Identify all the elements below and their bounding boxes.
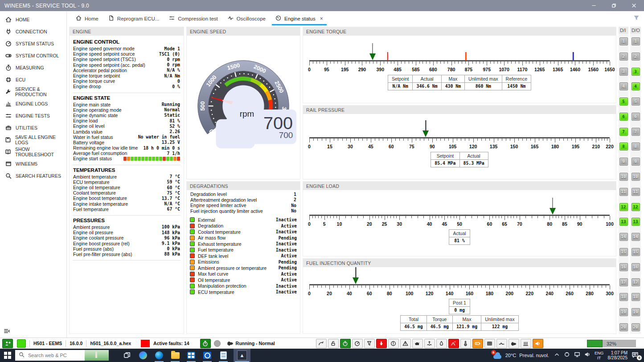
taskbar-app-outlook[interactable]: [201, 349, 213, 362]
tool-battery-icon[interactable]: [472, 339, 483, 348]
dio-di-button-11[interactable]: 11: [619, 188, 628, 196]
sidebar-item-service-production[interactable]: SERVICE & PRODUCTION: [0, 85, 66, 98]
dio-do-button-11[interactable]: 11: [632, 188, 640, 196]
dio-di-button-17[interactable]: 17: [619, 278, 628, 286]
tool-power-icon[interactable]: [340, 339, 351, 348]
search-input[interactable]: [27, 352, 76, 358]
dio-do-button-15[interactable]: 15: [632, 248, 640, 256]
dio-do-button-12[interactable]: 12: [632, 203, 640, 211]
tool-curve-icon[interactable]: [316, 339, 327, 348]
taskbar-app-store[interactable]: [185, 349, 197, 362]
dio-di-button-15[interactable]: 15: [619, 248, 628, 256]
sidebar-item-save-all-engine-logs[interactable]: SAVE ALL ENGINE LOGS: [0, 134, 66, 146]
filter-icon[interactable]: [633, 15, 640, 23]
tool-engine-icon[interactable]: [509, 339, 519, 348]
dio-di-button-19[interactable]: 19: [619, 308, 628, 316]
maximize-button[interactable]: [604, 0, 624, 11]
taskbar-app-copilot[interactable]: [137, 349, 149, 362]
dio-di-button-14[interactable]: 14: [619, 233, 628, 241]
sidebar-collapse-button[interactable]: [4, 328, 12, 335]
dio-di-button-2[interactable]: 2: [619, 53, 628, 61]
dio-do-button-13[interactable]: 13: [632, 218, 640, 226]
sidebar-item-ecu[interactable]: ECU: [0, 73, 66, 85]
dio-di-button-3[interactable]: 3: [619, 68, 628, 76]
sidebar-item-system-control[interactable]: SYSTEM CONTROL: [0, 49, 66, 61]
taskbar-search[interactable]: [15, 350, 109, 361]
taskbar-app-wineem5[interactable]: ▲: [234, 349, 250, 362]
dio-do-button-2[interactable]: 2: [632, 53, 640, 61]
language-switcher[interactable]: ENGIT: [595, 350, 604, 360]
taskbar-app-notepad[interactable]: [217, 349, 229, 362]
dio-do-button-19[interactable]: 19: [632, 308, 640, 316]
dio-do-button-18[interactable]: 18: [632, 293, 640, 301]
tool-exhaust-icon[interactable]: [448, 339, 459, 348]
tool-speaker-icon[interactable]: [533, 339, 543, 348]
dio-di-button-6[interactable]: 6: [619, 113, 628, 121]
tool-probe-icon[interactable]: [424, 339, 435, 348]
dio-di-button-7[interactable]: 7: [619, 128, 628, 136]
dio-do-button-4[interactable]: 4: [632, 82, 640, 90]
dio-do-button-9[interactable]: 9: [632, 158, 640, 166]
tab-engine-status[interactable]: Engine status×: [271, 11, 328, 26]
tab-home[interactable]: Home: [71, 11, 103, 26]
network-icon[interactable]: [574, 351, 580, 359]
tab-reprogram-ecu[interactable]: Reprogram ECU...: [103, 11, 164, 26]
tab-close-icon[interactable]: ×: [320, 16, 323, 22]
sidebar-item-engine-logs[interactable]: ENGINE LOGS: [0, 98, 66, 110]
sidebar-item-wineem5[interactable]: WINEEM5: [0, 158, 66, 170]
tool-adown-icon[interactable]: [376, 339, 387, 348]
tool-thermo-icon[interactable]: [460, 339, 471, 348]
notification-center-icon[interactable]: 6: [632, 351, 640, 359]
dio-di-button-8[interactable]: 8: [619, 142, 628, 150]
tool-heater-icon[interactable]: [521, 339, 531, 348]
weather-widget[interactable]: 620°CPreval. nuvol.: [492, 352, 550, 359]
dio-di-button-9[interactable]: 9: [619, 158, 628, 166]
dio-di-button-1[interactable]: 1: [619, 37, 628, 45]
dio-di-button-12[interactable]: 12: [619, 203, 628, 211]
tool-funnel-icon[interactable]: [364, 339, 375, 348]
tray-app-icon[interactable]: [564, 351, 570, 359]
volume-icon[interactable]: [584, 351, 591, 359]
dio-do-button-10[interactable]: 10: [632, 173, 640, 181]
dio-do-button-16[interactable]: 16: [632, 263, 640, 271]
tab-oscilloscope[interactable]: Oscilloscope: [223, 11, 271, 26]
sidebar-item-show-troubleshoot[interactable]: SHOW TROUBLESHOOT: [0, 146, 66, 158]
dio-di-button-20[interactable]: 20: [619, 323, 628, 331]
dio-do-button-6[interactable]: 6: [632, 113, 640, 121]
dio-do-button-1[interactable]: 1: [632, 37, 640, 45]
sidebar-item-connection[interactable]: CONNECTION: [0, 25, 66, 37]
sidebar-item-measuring[interactable]: MEASURING: [0, 61, 66, 73]
task-view-icon[interactable]: [121, 349, 133, 362]
taskbar-clock[interactable]: 1:07 PM8/28/2025: [608, 350, 628, 360]
dio-di-button-10[interactable]: 10: [619, 173, 628, 181]
start-button-icon[interactable]: [0, 349, 15, 362]
tool-gauge-icon[interactable]: [352, 339, 363, 348]
sidebar-item-search-features[interactable]: SEARCH FEATURES: [0, 170, 66, 182]
dio-do-button-14[interactable]: 14: [632, 233, 640, 241]
tool-exclc-icon[interactable]: [388, 339, 399, 348]
dio-di-button-4[interactable]: 4: [619, 82, 628, 90]
tool-exclt-icon[interactable]: [400, 339, 411, 348]
tray-expand-icon[interactable]: [554, 351, 560, 359]
sidebar-item-utilities[interactable]: UTILITIES: [0, 122, 66, 134]
dio-do-button-8[interactable]: 8: [632, 142, 640, 150]
tool-lockopen-icon[interactable]: [328, 339, 339, 348]
sidebar-item-system-status[interactable]: SYSTEM STATUS: [0, 37, 66, 49]
tool-tableg-icon[interactable]: [484, 339, 495, 348]
measuring-button[interactable]: [200, 339, 211, 348]
dio-do-button-7[interactable]: 7: [632, 128, 640, 136]
dio-do-button-3[interactable]: 3: [632, 68, 640, 76]
tool-drop-icon[interactable]: [436, 339, 447, 348]
dio-di-button-13[interactable]: 13: [619, 218, 628, 226]
dio-di-button-16[interactable]: 16: [619, 263, 628, 271]
tool-relay-icon[interactable]: [496, 339, 507, 348]
dio-do-button-5[interactable]: 5: [632, 98, 640, 106]
dio-do-button-20[interactable]: 20: [632, 323, 640, 331]
connection-status-icon[interactable]: [2, 339, 13, 348]
sidebar-item-home[interactable]: HOME: [0, 13, 66, 25]
sidebar-item-engine-tests[interactable]: ENGINE TESTS: [0, 110, 66, 122]
dio-di-button-5[interactable]: 5: [619, 98, 628, 106]
taskbar-app-edge[interactable]: [153, 349, 165, 362]
taskbar-app-file-explorer[interactable]: [169, 349, 181, 362]
tool-oilcan-icon[interactable]: [412, 339, 423, 348]
